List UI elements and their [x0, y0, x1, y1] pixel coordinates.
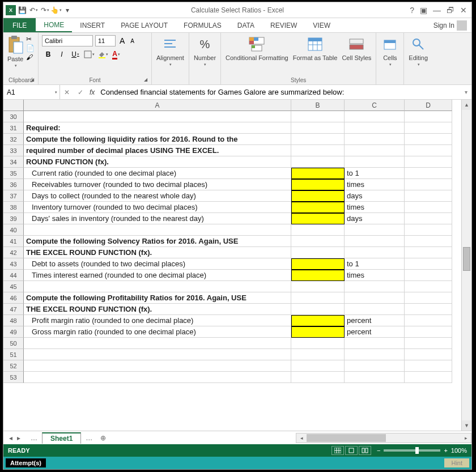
cell[interactable]	[291, 190, 345, 202]
cell[interactable]	[405, 270, 452, 281]
row-header[interactable]: 50	[3, 338, 24, 349]
ribbon-display-options[interactable]: ▣	[420, 6, 427, 15]
row-header[interactable]: 38	[3, 202, 24, 213]
zoom-level[interactable]: 100%	[451, 447, 467, 454]
row-header[interactable]: 42	[3, 247, 24, 258]
cell[interactable]	[291, 338, 345, 349]
col-header-a[interactable]: A	[24, 100, 291, 111]
close-button[interactable]: ✕	[460, 6, 467, 15]
cell[interactable]	[291, 134, 345, 145]
cell[interactable]: Required:	[24, 122, 291, 134]
cell[interactable]	[405, 315, 452, 326]
grow-font-button[interactable]: A	[118, 36, 126, 46]
cell[interactable]	[405, 213, 452, 224]
font-name-input[interactable]	[42, 35, 93, 46]
cell[interactable]	[291, 145, 345, 156]
row-header[interactable]: 53	[3, 372, 24, 383]
conditional-formatting-button[interactable]: Conditional Formatting	[224, 35, 290, 61]
undo-icon[interactable]: ↶▾	[28, 5, 39, 15]
cell[interactable]	[24, 372, 291, 383]
alignment-button[interactable]: Alignment ▾	[155, 35, 185, 67]
font-color-button[interactable]: A▾	[110, 49, 122, 60]
tab-file[interactable]: FILE	[3, 18, 36, 32]
cell[interactable]	[24, 281, 291, 292]
shrink-font-button[interactable]: A	[129, 37, 136, 45]
tab-insert[interactable]: INSERT	[72, 18, 113, 32]
zoom-slider[interactable]	[384, 449, 440, 452]
cell[interactable]: Compute the following Profitability Rati…	[24, 292, 291, 304]
cell[interactable]	[291, 349, 345, 360]
cell[interactable]	[291, 236, 345, 247]
row-header[interactable]: 35	[3, 168, 24, 179]
zoom-in-button[interactable]: +	[444, 447, 447, 454]
number-format-button[interactable]: % Number ▾	[193, 35, 217, 67]
cell[interactable]	[345, 281, 405, 292]
cell[interactable]	[405, 247, 452, 258]
minimize-button[interactable]: —	[433, 6, 441, 15]
row-header[interactable]: 47	[3, 304, 24, 315]
tab-page-layout[interactable]: PAGE LAYOUT	[113, 18, 176, 32]
cell[interactable]: Current ratio (rounded to one decimal pl…	[24, 168, 291, 179]
cell[interactable]: Days' sales in inventory (rounded to the…	[24, 213, 291, 224]
row-header[interactable]: 33	[3, 145, 24, 156]
cell[interactable]: Gross margin ratio (rounded to one decim…	[24, 326, 291, 338]
customize-qat-icon[interactable]: ▾	[62, 5, 73, 15]
tab-formulas[interactable]: FORMULAS	[176, 18, 230, 32]
italic-button[interactable]: I	[56, 49, 68, 60]
paste-button[interactable]: Paste ▾	[7, 35, 24, 68]
vertical-scrollbar[interactable]: ▲ ▼	[461, 100, 471, 431]
col-header-c[interactable]: C	[345, 100, 405, 111]
sheet-nav-dots-right[interactable]: …	[81, 434, 97, 442]
cell[interactable]	[345, 134, 405, 145]
cell[interactable]: to 1	[345, 258, 405, 270]
row-header[interactable]: 51	[3, 349, 24, 360]
sheet-nav-prev[interactable]: ◂	[9, 434, 12, 442]
cell[interactable]	[405, 145, 452, 156]
page-layout-view-button[interactable]	[345, 446, 358, 455]
cell[interactable]	[24, 111, 291, 122]
cell[interactable]	[291, 281, 345, 292]
cell[interactable]	[291, 168, 345, 179]
cell[interactable]	[345, 338, 405, 349]
copy-button[interactable]: 📄	[26, 44, 35, 52]
cell[interactable]	[345, 292, 405, 304]
cell[interactable]: Times interest earned (rounded to one de…	[24, 270, 291, 281]
underline-button[interactable]: U▾	[69, 49, 82, 60]
cell[interactable]	[291, 202, 345, 213]
cell[interactable]: THE EXCEL ROUND FUNCTION (fx).	[24, 247, 291, 258]
save-icon[interactable]: 💾	[17, 5, 27, 15]
row-header[interactable]: 44	[3, 270, 24, 281]
cell[interactable]	[345, 122, 405, 134]
row-header[interactable]: 39	[3, 213, 24, 224]
cell[interactable]	[405, 360, 452, 372]
help-button[interactable]: ?	[410, 6, 414, 15]
row-header[interactable]: 41	[3, 236, 24, 247]
bold-button[interactable]: B	[42, 49, 54, 60]
cell[interactable]	[405, 179, 452, 190]
cell[interactable]	[405, 338, 452, 349]
cell[interactable]	[345, 360, 405, 372]
row-header[interactable]: 36	[3, 179, 24, 190]
cell[interactable]	[345, 111, 405, 122]
restore-button[interactable]: 🗗	[447, 6, 454, 15]
cell[interactable]	[345, 247, 405, 258]
grid[interactable]: A B C D 3031Required:32Compute the follo…	[3, 100, 452, 431]
editing-button[interactable]: Editing ▾	[407, 35, 429, 67]
cell-styles-button[interactable]: Cell Styles	[341, 35, 372, 61]
enter-formula-button[interactable]: ✓	[74, 88, 87, 96]
cell[interactable]	[405, 258, 452, 270]
row-header[interactable]: 31	[3, 122, 24, 134]
cell[interactable]	[291, 224, 345, 236]
row-header[interactable]: 30	[3, 111, 24, 122]
cell[interactable]	[24, 338, 291, 349]
tab-view[interactable]: VIEW	[305, 18, 338, 32]
cell[interactable]	[291, 292, 345, 304]
scroll-down-button[interactable]: ▼	[462, 420, 471, 431]
cell[interactable]: Receivables turnover (rounded to two dec…	[24, 179, 291, 190]
cell[interactable]: times	[345, 270, 405, 281]
scroll-up-button[interactable]: ▲	[462, 100, 471, 110]
cell[interactable]	[405, 304, 452, 315]
sheet-nav-dots-left[interactable]: …	[26, 434, 42, 442]
select-all-corner[interactable]	[3, 100, 24, 111]
touch-mode-icon[interactable]: 👆▾	[51, 5, 61, 15]
